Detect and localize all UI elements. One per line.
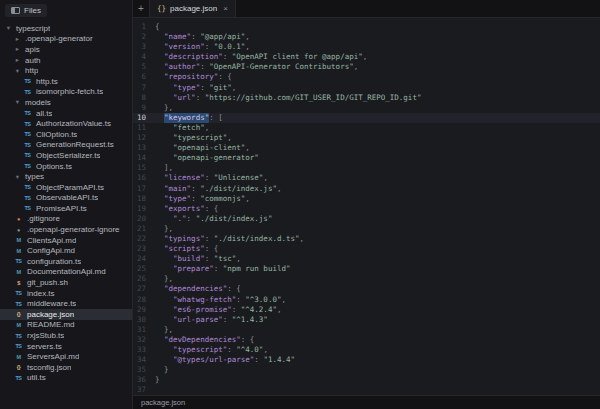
- code-line-2[interactable]: 2 "name": "@app/api",: [133, 32, 600, 42]
- file-tree-item-index.ts[interactable]: TSindex.ts: [0, 288, 132, 299]
- code-editor[interactable]: 1{2 "name": "@app/api",3 "version": "0.0…: [133, 18, 600, 395]
- file-name: PromiseAPI.ts: [36, 204, 87, 213]
- code-token: "^4.0": [236, 345, 263, 355]
- file-tree-item-servers.ts[interactable]: TSservers.ts: [0, 341, 132, 352]
- code-token: ".": [173, 214, 187, 224]
- file-tree-item-DocumentationApi.md[interactable]: MDocumentationApi.md: [0, 267, 132, 278]
- file-tree-item-.openapi-generator[interactable]: ▸.openapi-generator: [0, 34, 132, 45]
- code-line-4[interactable]: 4 "description": "OpenAPI client for @ap…: [133, 52, 600, 62]
- code-line-32[interactable]: 32 "devDependencies": {: [133, 335, 600, 345]
- file-tree-item-package.json[interactable]: {}package.json: [0, 309, 132, 320]
- file-tree-item-.gitignore[interactable]: ●.gitignore: [0, 214, 132, 225]
- code-line-36[interactable]: 36}: [133, 375, 600, 385]
- code-line-25[interactable]: 25 "prepare": "npm run build": [133, 264, 600, 274]
- code-token: "repository": [164, 72, 218, 82]
- code-line-27[interactable]: 27 "dependencies": {: [133, 284, 600, 294]
- code-line-21[interactable]: 21 },: [133, 224, 600, 234]
- code-token: "url": [173, 93, 196, 103]
- code-line-37[interactable]: 37: [133, 385, 600, 395]
- code-line-31[interactable]: 31 },: [133, 325, 600, 335]
- code-line-8[interactable]: 8 "url": "https://github.com/GIT_USER_ID…: [133, 93, 600, 103]
- code-line-17[interactable]: 17 "main": "./dist/index.js",: [133, 184, 600, 194]
- code-line-7[interactable]: 7 "type": "git",: [133, 83, 600, 93]
- code-token: ,: [245, 32, 250, 42]
- code-line-26[interactable]: 26 },: [133, 274, 600, 284]
- file-tree-item-models[interactable]: ▾models: [0, 97, 132, 108]
- code-line-3[interactable]: 3 "version": "0.0.1",: [133, 42, 600, 52]
- file-tree-item-AuthorizationValue.ts[interactable]: TSAuthorizationValue.ts: [0, 118, 132, 129]
- file-tree-item-isomorphic-fetch.ts[interactable]: TSisomorphic-fetch.ts: [0, 87, 132, 98]
- tab-package-json[interactable]: {} package.json ×: [149, 0, 236, 17]
- file-tree-item-rxjsStub.ts[interactable]: TSrxjsStub.ts: [0, 330, 132, 341]
- file-tree-item-all.ts[interactable]: TSall.ts: [0, 108, 132, 119]
- file-tree-item-ClientsApi.md[interactable]: MClientsApi.md: [0, 235, 132, 246]
- file-tree-item-configuration.ts[interactable]: TSconfiguration.ts: [0, 256, 132, 267]
- file-tree-item-types[interactable]: ▾types: [0, 171, 132, 182]
- code-line-35[interactable]: 35 }: [133, 365, 600, 375]
- close-tab-icon[interactable]: ×: [221, 4, 228, 13]
- code-token: [155, 62, 164, 72]
- ts-file-icon: TS: [23, 121, 32, 127]
- code-line-9[interactable]: 9 },: [133, 103, 600, 113]
- new-tab-button[interactable]: +: [133, 0, 149, 17]
- code-line-22[interactable]: 22 "typings": "./dist/index.d.ts",: [133, 234, 600, 244]
- code-token: :: [223, 52, 232, 62]
- file-tree-item-ConfigApi.md[interactable]: MConfigApi.md: [0, 245, 132, 256]
- file-tree-item-http[interactable]: ▾http: [0, 65, 132, 76]
- file-tree-item-ServersApi.md[interactable]: MServersApi.md: [0, 351, 132, 362]
- code-token: [155, 264, 173, 274]
- code-line-1[interactable]: 1{: [133, 22, 600, 32]
- file-tree-item-GenerationRequest.ts[interactable]: TSGenerationRequest.ts: [0, 140, 132, 151]
- chevron-right-icon: ▸: [14, 35, 21, 43]
- file-tree-item-auth[interactable]: ▸auth: [0, 55, 132, 66]
- code-token: [155, 194, 164, 204]
- code-line-13[interactable]: 13 "openapi-client",: [133, 143, 600, 153]
- tab-bar: + {} package.json ×: [133, 0, 600, 18]
- line-number: 30: [133, 315, 155, 325]
- code-line-28[interactable]: 28 "whatwg-fetch": "^3.0.0",: [133, 295, 600, 305]
- file-tree-item-apis[interactable]: ▸apis: [0, 44, 132, 55]
- code-line-12[interactable]: 12 "typescript",: [133, 133, 600, 143]
- file-tree-item-Options.ts[interactable]: TSOptions.ts: [0, 161, 132, 172]
- code-line-34[interactable]: 34 "@types/url-parse": "1.4.4": [133, 355, 600, 365]
- file-tree-item-middleware.ts[interactable]: TSmiddleware.ts: [0, 298, 132, 309]
- file-name: models: [25, 98, 51, 107]
- code-line-20[interactable]: 20 ".": "./dist/index.js": [133, 214, 600, 224]
- code-line-29[interactable]: 29 "es6-promise": "^4.2.4",: [133, 305, 600, 315]
- code-line-14[interactable]: 14 "openapi-generator": [133, 153, 600, 163]
- file-tree-item-http.ts[interactable]: TShttp.ts: [0, 76, 132, 87]
- code-line-15[interactable]: 15 ],: [133, 163, 600, 173]
- json-file-icon: {}: [14, 311, 23, 317]
- code-line-18[interactable]: 18 "type": "commonjs",: [133, 194, 600, 204]
- files-panel-button[interactable]: Files: [5, 4, 47, 17]
- file-tree-item-ObjectSerializer.ts[interactable]: TSObjectSerializer.ts: [0, 150, 132, 161]
- code-token: :: [200, 62, 209, 72]
- code-line-10[interactable]: 10 "keywords": [: [133, 113, 600, 123]
- code-line-24[interactable]: 24 "build": "tsc",: [133, 254, 600, 264]
- file-tree-item-util.ts[interactable]: TSutil.ts: [0, 373, 132, 384]
- code-line-5[interactable]: 5 "author": "OpenAPI-Generator Contribut…: [133, 62, 600, 72]
- file-tree-item-PromiseAPI.ts[interactable]: TSPromiseAPI.ts: [0, 203, 132, 214]
- file-tree-item-typescript[interactable]: ▾typescript: [0, 23, 132, 34]
- file-tree-item-CliOption.ts[interactable]: TSCliOption.ts: [0, 129, 132, 140]
- code-line-19[interactable]: 19 "exports": {: [133, 204, 600, 214]
- file-tree-item-ObservableAPI.ts[interactable]: TSObservableAPI.ts: [0, 193, 132, 204]
- code-token: [155, 355, 173, 365]
- code-token: }: [155, 365, 169, 375]
- code-token: [155, 315, 173, 325]
- code-token: [155, 32, 164, 42]
- file-tree-item-tsconfig.json[interactable]: {}tsconfig.json: [0, 362, 132, 373]
- code-line-23[interactable]: 23 "scripts": {: [133, 244, 600, 254]
- code-line-16[interactable]: 16 "license": "Unlicense",: [133, 173, 600, 183]
- code-line-6[interactable]: 6 "repository": {: [133, 72, 600, 82]
- file-tree-item-git_push.sh[interactable]: $git_push.sh: [0, 277, 132, 288]
- code-line-33[interactable]: 33 "typescript": "^4.0",: [133, 345, 600, 355]
- line-number: 8: [133, 93, 155, 103]
- file-tree-item-ObjectParamAPI.ts[interactable]: TSObjectParamAPI.ts: [0, 182, 132, 193]
- file-tree-item-.openapi-generator-ignore[interactable]: ●.openapi-generator-ignore: [0, 224, 132, 235]
- code-line-11[interactable]: 11 "fetch",: [133, 123, 600, 133]
- code-line-30[interactable]: 30 "url-parse": "^1.4.3": [133, 315, 600, 325]
- code-token: "^1.4.3": [232, 315, 268, 325]
- file-tree-item-README.md[interactable]: MREADME.md: [0, 320, 132, 331]
- line-number: 15: [133, 163, 155, 173]
